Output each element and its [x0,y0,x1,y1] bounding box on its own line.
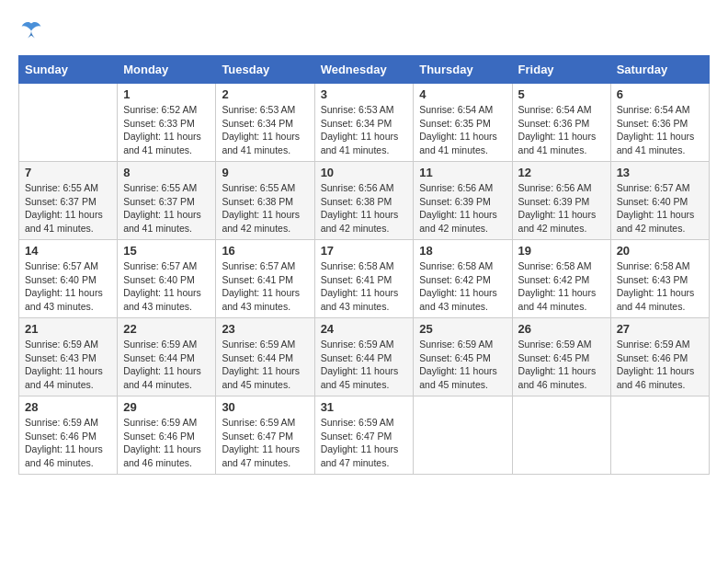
weekday-header: Wednesday [314,56,414,84]
day-number: 2 [222,87,308,101]
weekday-header: Saturday [610,56,709,84]
day-info: Sunrise: 6:57 AM Sunset: 6:40 PM Dayligh… [123,259,210,314]
logo [18,18,44,40]
day-number: 5 [518,87,605,101]
day-info: Sunrise: 6:54 AM Sunset: 6:35 PM Dayligh… [419,103,506,157]
day-info: Sunrise: 6:53 AM Sunset: 6:34 PM Dayligh… [321,103,408,157]
day-number: 26 [518,322,605,336]
day-number: 29 [123,400,210,414]
calendar-week-row: 14Sunrise: 6:57 AM Sunset: 6:40 PM Dayli… [19,240,710,318]
day-number: 31 [321,400,408,414]
day-number: 14 [25,244,111,258]
day-info: Sunrise: 6:54 AM Sunset: 6:36 PM Dayligh… [518,103,605,157]
calendar-cell: 28Sunrise: 6:59 AM Sunset: 6:46 PM Dayli… [19,396,118,475]
day-number: 11 [419,166,506,179]
day-info: Sunrise: 6:58 AM Sunset: 6:43 PM Dayligh… [617,259,703,314]
day-info: Sunrise: 6:58 AM Sunset: 6:42 PM Dayligh… [419,259,506,314]
calendar-cell: 29Sunrise: 6:59 AM Sunset: 6:46 PM Dayli… [118,396,216,475]
calendar-cell: 25Sunrise: 6:59 AM Sunset: 6:45 PM Dayli… [414,318,512,396]
day-info: Sunrise: 6:57 AM Sunset: 6:40 PM Dayligh… [617,181,703,236]
calendar-cell: 15Sunrise: 6:57 AM Sunset: 6:40 PM Dayli… [118,240,216,318]
calendar-cell: 24Sunrise: 6:59 AM Sunset: 6:44 PM Dayli… [314,318,414,396]
day-number: 16 [222,244,308,258]
calendar-cell: 31Sunrise: 6:59 AM Sunset: 6:47 PM Dayli… [314,396,414,475]
day-number: 21 [25,322,111,336]
calendar-cell: 9Sunrise: 6:55 AM Sunset: 6:38 PM Daylig… [216,162,314,240]
calendar-table: SundayMondayTuesdayWednesdayThursdayFrid… [18,55,710,475]
day-number: 4 [419,87,506,101]
day-info: Sunrise: 6:58 AM Sunset: 6:42 PM Dayligh… [518,259,605,314]
day-number: 27 [617,322,703,336]
day-info: Sunrise: 6:58 AM Sunset: 6:41 PM Dayligh… [321,259,408,314]
day-number: 17 [321,244,408,258]
day-number: 1 [123,87,210,101]
calendar-cell: 12Sunrise: 6:56 AM Sunset: 6:39 PM Dayli… [512,162,610,240]
day-info: Sunrise: 6:59 AM Sunset: 6:45 PM Dayligh… [419,338,506,392]
day-info: Sunrise: 6:59 AM Sunset: 6:44 PM Dayligh… [321,338,408,392]
calendar-cell: 2Sunrise: 6:53 AM Sunset: 6:34 PM Daylig… [216,84,314,162]
calendar-cell: 3Sunrise: 6:53 AM Sunset: 6:34 PM Daylig… [314,84,414,162]
calendar-cell: 4Sunrise: 6:54 AM Sunset: 6:35 PM Daylig… [414,84,512,162]
day-info: Sunrise: 6:59 AM Sunset: 6:43 PM Dayligh… [25,338,111,392]
calendar-cell: 30Sunrise: 6:59 AM Sunset: 6:47 PM Dayli… [216,396,314,475]
day-info: Sunrise: 6:57 AM Sunset: 6:41 PM Dayligh… [222,259,308,314]
weekday-header: Thursday [414,56,512,84]
day-info: Sunrise: 6:54 AM Sunset: 6:36 PM Dayligh… [617,103,703,157]
calendar-cell [414,396,512,475]
day-info: Sunrise: 6:59 AM Sunset: 6:46 PM Dayligh… [123,416,210,470]
calendar-cell: 23Sunrise: 6:59 AM Sunset: 6:44 PM Dayli… [216,318,314,396]
day-info: Sunrise: 6:59 AM Sunset: 6:46 PM Dayligh… [25,416,111,470]
logo-bird-icon [20,18,42,40]
day-number: 9 [222,166,308,179]
day-number: 28 [25,400,111,414]
calendar-cell: 6Sunrise: 6:54 AM Sunset: 6:36 PM Daylig… [610,84,709,162]
weekday-header: Friday [512,56,610,84]
day-number: 8 [123,166,210,179]
calendar-cell [610,396,709,475]
calendar-cell: 7Sunrise: 6:55 AM Sunset: 6:37 PM Daylig… [19,162,118,240]
day-number: 30 [222,400,308,414]
day-number: 6 [617,87,703,101]
calendar-cell: 20Sunrise: 6:58 AM Sunset: 6:43 PM Dayli… [610,240,709,318]
calendar-week-row: 1Sunrise: 6:52 AM Sunset: 6:33 PM Daylig… [19,84,710,162]
day-number: 15 [123,244,210,258]
calendar-week-row: 28Sunrise: 6:59 AM Sunset: 6:46 PM Dayli… [19,396,710,475]
calendar-cell: 22Sunrise: 6:59 AM Sunset: 6:44 PM Dayli… [118,318,216,396]
day-info: Sunrise: 6:59 AM Sunset: 6:46 PM Dayligh… [617,338,703,392]
day-info: Sunrise: 6:55 AM Sunset: 6:37 PM Dayligh… [25,181,111,236]
day-number: 3 [321,87,408,101]
calendar-cell: 11Sunrise: 6:56 AM Sunset: 6:39 PM Dayli… [414,162,512,240]
day-number: 25 [419,322,506,336]
day-number: 23 [222,322,308,336]
calendar-cell: 17Sunrise: 6:58 AM Sunset: 6:41 PM Dayli… [314,240,414,318]
calendar-cell: 19Sunrise: 6:58 AM Sunset: 6:42 PM Dayli… [512,240,610,318]
day-info: Sunrise: 6:52 AM Sunset: 6:33 PM Dayligh… [123,103,210,157]
page-header [18,18,710,40]
weekday-header: Sunday [19,56,118,84]
day-number: 7 [25,166,111,179]
calendar-cell: 18Sunrise: 6:58 AM Sunset: 6:42 PM Dayli… [414,240,512,318]
day-info: Sunrise: 6:59 AM Sunset: 6:44 PM Dayligh… [222,338,308,392]
weekday-header: Tuesday [216,56,314,84]
day-info: Sunrise: 6:59 AM Sunset: 6:47 PM Dayligh… [222,416,308,470]
day-number: 18 [419,244,506,258]
day-number: 10 [321,166,408,179]
day-number: 24 [321,322,408,336]
day-number: 13 [617,166,703,179]
weekday-header-row: SundayMondayTuesdayWednesdayThursdayFrid… [19,56,710,84]
calendar-cell [19,84,118,162]
day-info: Sunrise: 6:56 AM Sunset: 6:39 PM Dayligh… [419,181,506,236]
day-info: Sunrise: 6:59 AM Sunset: 6:47 PM Dayligh… [321,416,408,470]
calendar-cell: 16Sunrise: 6:57 AM Sunset: 6:41 PM Dayli… [216,240,314,318]
calendar-cell: 5Sunrise: 6:54 AM Sunset: 6:36 PM Daylig… [512,84,610,162]
day-info: Sunrise: 6:53 AM Sunset: 6:34 PM Dayligh… [222,103,308,157]
day-number: 20 [617,244,703,258]
calendar-cell: 10Sunrise: 6:56 AM Sunset: 6:38 PM Dayli… [314,162,414,240]
day-number: 12 [518,166,605,179]
calendar-cell: 8Sunrise: 6:55 AM Sunset: 6:37 PM Daylig… [118,162,216,240]
calendar-week-row: 21Sunrise: 6:59 AM Sunset: 6:43 PM Dayli… [19,318,710,396]
calendar-cell: 13Sunrise: 6:57 AM Sunset: 6:40 PM Dayli… [610,162,709,240]
day-info: Sunrise: 6:55 AM Sunset: 6:38 PM Dayligh… [222,181,308,236]
weekday-header: Monday [118,56,216,84]
day-number: 19 [518,244,605,258]
